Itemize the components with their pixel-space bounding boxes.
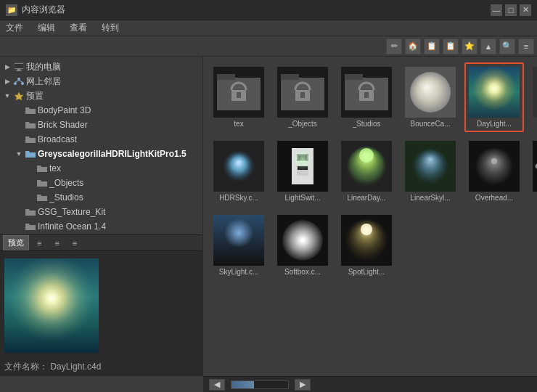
tree-item-tex[interactable]: tex — [0, 161, 202, 176]
grid-thumb-ringlight — [533, 141, 537, 192]
tree-item-gsg[interactable]: ▼GreyscalegorillaHDRILightKitPro1.5 — [0, 147, 202, 161]
right-panel: tex_Objects_StudiosBounceCa...DayLight..… — [203, 57, 537, 376]
file-tree: ▶我的电脑▶网上邻居▼预置BodyPaint 3DBrick ShaderBro… — [0, 57, 202, 234]
tree-arrow-mypc[interactable]: ▶ — [3, 62, 12, 71]
grid-thumb-skylight — [213, 215, 264, 266]
tree-icon-studios — [36, 192, 48, 203]
toolbar-search-btn[interactable]: 🔍 — [499, 38, 515, 54]
grid-thumb-hdrbaker — [533, 67, 537, 118]
grid-thumb-hdrsky — [213, 141, 264, 192]
grid-item-studios[interactable]: _Studios — [337, 62, 396, 132]
tree-item-bodypaint[interactable]: BodyPaint 3D — [0, 103, 202, 118]
thumb-canvas-bounceca — [405, 67, 456, 118]
tree-item-preset[interactable]: ▼预置 — [0, 89, 202, 103]
grid-thumb-bounceca — [405, 67, 456, 118]
tab-preview[interactable]: 预览 — [3, 235, 29, 250]
left-panel: ▶我的电脑▶网上邻居▼预置BodyPaint 3DBrick ShaderBro… — [0, 57, 203, 376]
grid-item-bounceca[interactable]: BounceCa... — [401, 62, 460, 132]
toolbar-menu-btn[interactable]: ≡ — [518, 38, 534, 54]
thumb-canvas-ringlight — [533, 141, 537, 192]
tab-list2[interactable]: ≡ — [49, 237, 64, 250]
minimize-button[interactable]: — — [491, 4, 502, 16]
grid-label-linearskyl: LinearSkyl... — [410, 194, 450, 202]
grid-label-hdrsky: HDRSky.c... — [219, 194, 258, 202]
toolbar: ✏ 🏠 📋 📋 ⭐ ▲ 🔍 ≡ — [0, 36, 537, 57]
tree-item-brick[interactable]: Brick Shader — [0, 118, 202, 132]
tree-arrow-network[interactable]: ▶ — [3, 77, 12, 86]
preview-content — [0, 251, 202, 359]
tree-arrow-gsg[interactable]: ▼ — [15, 150, 23, 158]
tree-icon-broadcast — [25, 134, 36, 144]
tree-label-tex: tex — [49, 163, 61, 173]
grid-item-spotlight[interactable]: SpotLight... — [337, 211, 396, 280]
tree-label-bodypaint: BodyPaint 3D — [38, 105, 91, 115]
grid-item-skylight[interactable]: SkyLight.c... — [209, 211, 268, 280]
close-button[interactable]: ✕ — [520, 4, 531, 16]
tree-item-infinite[interactable]: Infinite Ocean 1.4 — [0, 219, 202, 234]
grid-item-ringlight[interactable]: RingLight... — [528, 136, 537, 206]
tree-icon-tex — [36, 163, 48, 173]
tree-arrow-preset[interactable]: ▼ — [3, 91, 12, 100]
tree-icon-gsgtex — [25, 207, 36, 217]
tree-icon-objects — [36, 178, 48, 188]
grid-item-softbox[interactable]: Softbox.c... — [273, 211, 332, 280]
toolbar-copy-btn[interactable]: 📋 — [424, 38, 440, 54]
tree-icon-gsg — [25, 149, 36, 159]
tree-label-mypc: 我的电脑 — [26, 61, 61, 73]
tree-item-mypc[interactable]: ▶我的电脑 — [0, 60, 202, 74]
tree-label-gsg: GreyscalegorillaHDRILightKitPro1.5 — [38, 149, 186, 159]
tab-list1[interactable]: ≡ — [32, 237, 46, 250]
grid-label-linearday: LinearDay... — [347, 194, 385, 202]
tree-item-gsgtex[interactable]: GSG_Texture_Kit — [0, 205, 202, 219]
svg-line-8 — [19, 81, 22, 82]
main-area: ▶我的电脑▶网上邻居▼预置BodyPaint 3DBrick ShaderBro… — [0, 57, 537, 376]
grid-item-hdrsky[interactable]: HDRSky.c... — [209, 136, 268, 206]
grid-thumb-tex — [213, 67, 264, 118]
toolbar-paste-btn[interactable]: 📋 — [443, 38, 459, 54]
tree-label-gsgtex: GSG_Texture_Kit — [38, 207, 105, 217]
thumb-canvas-objects — [277, 67, 328, 118]
tree-icon-infinite — [25, 221, 36, 232]
tree-item-objects[interactable]: _Objects — [0, 176, 202, 190]
svg-point-5 — [14, 82, 17, 85]
menu-view[interactable]: 查看 — [67, 22, 90, 34]
grid-label-spotlight: SpotLight... — [348, 268, 385, 276]
thumb-canvas-lightswit — [277, 141, 328, 192]
svg-rect-3 — [16, 70, 22, 71]
tree-item-studios[interactable]: _Studios — [0, 190, 202, 205]
grid-item-linearday[interactable]: LinearDay... — [337, 136, 396, 206]
menu-edit[interactable]: 编辑 — [35, 22, 58, 34]
preview-panel: 预览 ≡ ≡ ≡ 文件名称： DayLight.c4d — [0, 234, 202, 376]
tree-item-broadcast[interactable]: Broadcast — [0, 132, 202, 147]
menu-file[interactable]: 文件 — [3, 22, 26, 34]
tree-item-network[interactable]: ▶网上邻居 — [0, 74, 202, 89]
toolbar-up-btn[interactable]: ▲ — [480, 38, 496, 54]
grid-item-hdrbaker[interactable]: HDRBaker... — [528, 62, 537, 132]
preview-tabs: 预览 ≡ ≡ ≡ — [0, 235, 202, 251]
grid-item-tex[interactable]: tex — [209, 62, 268, 132]
grid-label-softbox: Softbox.c... — [284, 268, 321, 276]
toolbar-edit-btn[interactable]: ✏ — [386, 38, 402, 54]
toolbar-home-btn[interactable]: 🏠 — [405, 38, 421, 54]
filename-label: 文件名称： — [4, 362, 48, 372]
tree-label-broadcast: Broadcast — [38, 134, 77, 144]
grid-label-tex: tex — [234, 120, 243, 128]
preview-thumbnail — [4, 258, 99, 353]
thumb-canvas-linearskyl — [405, 141, 456, 192]
toolbar-star-btn[interactable]: ⭐ — [462, 38, 477, 54]
grid-label-overhead: Overhead... — [475, 194, 513, 202]
grid-item-lightswit[interactable]: LightSwit... — [273, 136, 332, 206]
svg-marker-9 — [15, 92, 23, 100]
tree-icon-preset — [13, 91, 25, 101]
grid-item-daylight[interactable]: DayLight... — [464, 62, 524, 132]
grid-thumb-softbox — [277, 215, 328, 266]
tree-icon-mypc — [13, 62, 25, 72]
tab-list3[interactable]: ≡ — [67, 237, 82, 250]
grid-item-linearskyl[interactable]: LinearSkyl... — [401, 136, 460, 206]
thumb-canvas-daylight — [469, 67, 520, 118]
menu-goto[interactable]: 转到 — [99, 22, 122, 34]
maximize-button[interactable]: □ — [505, 4, 517, 16]
grid-item-overhead[interactable]: Overhead... — [464, 136, 524, 206]
thumb-canvas-softbox — [277, 215, 328, 266]
grid-item-objects[interactable]: _Objects — [273, 62, 332, 132]
